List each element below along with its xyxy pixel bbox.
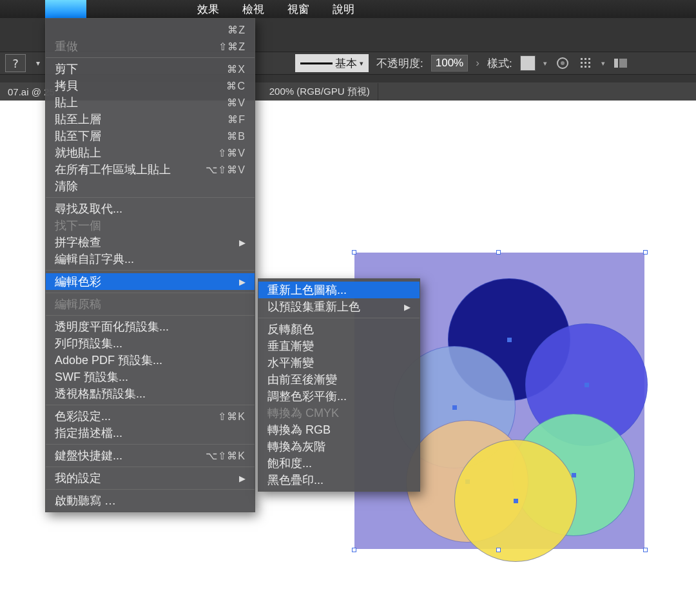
svg-rect-4 bbox=[588, 58, 590, 60]
submenu-saturation[interactable]: 飽和度... bbox=[258, 455, 420, 472]
menu-separator bbox=[46, 293, 255, 293]
recolor-icon[interactable] bbox=[555, 55, 570, 71]
menu-custom-dict[interactable]: 編輯自訂字典... bbox=[46, 251, 255, 267]
circle-center-handle[interactable] bbox=[452, 405, 457, 410]
circle-center-handle[interactable] bbox=[585, 383, 589, 387]
menu-undo[interactable]: ⌘Z bbox=[46, 21, 255, 38]
menu-assign-profile[interactable]: 指定描述檔... bbox=[46, 425, 255, 441]
selection-handle-tr[interactable] bbox=[643, 250, 648, 255]
chevron-right-icon[interactable]: › bbox=[476, 57, 479, 70]
svg-rect-9 bbox=[585, 66, 586, 68]
menu-pdf-preset[interactable]: Adobe PDF 預設集... bbox=[46, 352, 255, 369]
submenu-arrow-icon: ▶ bbox=[239, 238, 246, 247]
document-tab-right[interactable]: 200% (RGB/GPU 預視) bbox=[262, 83, 378, 101]
opacity-field[interactable]: 100% bbox=[431, 55, 468, 72]
dropdown-caret-icon[interactable]: ▾ bbox=[34, 54, 43, 72]
svg-rect-10 bbox=[588, 66, 590, 68]
menu-separator bbox=[46, 57, 255, 58]
menu-separator bbox=[258, 318, 420, 318]
menu-separator bbox=[46, 315, 255, 316]
submenu-invert[interactable]: 反轉顏色 bbox=[258, 321, 420, 338]
submenu-adjust-balance[interactable]: 調整色彩平衡... bbox=[258, 388, 420, 405]
active-menu-highlight bbox=[45, 0, 86, 18]
menu-separator bbox=[46, 489, 255, 490]
help-icon[interactable]: ? bbox=[5, 54, 26, 72]
svg-point-1 bbox=[561, 61, 565, 65]
submenu-blend-front-back[interactable]: 由前至後漸變 bbox=[258, 371, 420, 388]
svg-rect-6 bbox=[585, 62, 586, 64]
app-menubar[interactable]: 效果 檢視 視窗 說明 bbox=[0, 0, 696, 18]
menu-edit-colors[interactable]: 編輯色彩▶ bbox=[46, 273, 255, 290]
menu-swf-preset[interactable]: SWF 預設集... bbox=[46, 369, 255, 385]
submenu-arrow-icon: ▶ bbox=[404, 302, 411, 312]
circle-center-handle[interactable] bbox=[514, 499, 518, 503]
stroke-line-icon bbox=[300, 63, 333, 64]
menu-separator bbox=[46, 444, 255, 445]
menu-redo: 重做⇧⌘Z bbox=[46, 38, 255, 55]
submenu-to-rgb[interactable]: 轉換為 RGB bbox=[258, 421, 420, 438]
help-icon-label: ? bbox=[12, 57, 19, 70]
chevron-down-icon[interactable]: ▾ bbox=[601, 59, 605, 68]
menu-separator bbox=[46, 197, 255, 198]
stroke-style-dropdown[interactable]: 基本 ▾ bbox=[295, 54, 369, 72]
style-label: 樣式: bbox=[487, 56, 512, 71]
menu-window[interactable]: 視窗 bbox=[284, 0, 313, 19]
chevron-down-icon[interactable]: ▾ bbox=[543, 59, 547, 68]
style-swatch[interactable] bbox=[520, 55, 536, 71]
menu-spelling[interactable]: 拼字檢查▶ bbox=[46, 234, 255, 251]
menu-paste-all-artboards[interactable]: 在所有工作區域上貼上⌥⇧⌘V bbox=[46, 161, 255, 178]
submenu-to-cmyk: 轉換為 CMYK bbox=[258, 405, 420, 421]
submenu-recolor-artwork[interactable]: 重新上色圖稿... bbox=[258, 282, 420, 298]
menu-separator bbox=[46, 405, 255, 405]
stroke-label: 基本 bbox=[335, 56, 357, 71]
menu-keyboard-shortcuts[interactable]: 鍵盤快捷鍵...⌥⇧⌘K bbox=[46, 447, 255, 464]
menu-print-preset[interactable]: 列印預設集... bbox=[46, 335, 255, 352]
circle-center-handle[interactable] bbox=[507, 338, 512, 342]
menu-paste-in-place[interactable]: 就地貼上⇧⌘V bbox=[46, 144, 255, 161]
document-tab-text: 200% (RGB/GPU 預視) bbox=[269, 86, 370, 97]
menu-help[interactable]: 說明 bbox=[329, 0, 358, 19]
selection-handle-tl[interactable] bbox=[352, 250, 356, 255]
svg-rect-3 bbox=[585, 58, 586, 60]
align-options-icon[interactable] bbox=[578, 55, 594, 71]
menu-cut[interactable]: 剪下⌘X bbox=[46, 61, 255, 77]
svg-rect-7 bbox=[588, 62, 590, 64]
svg-rect-2 bbox=[581, 58, 583, 60]
menu-copy[interactable]: 拷貝⌘C bbox=[46, 77, 255, 94]
arrange-icon[interactable] bbox=[613, 55, 628, 71]
menu-clear[interactable]: 清除 bbox=[46, 178, 255, 195]
menu-color-settings[interactable]: 色彩設定...⇧⌘K bbox=[46, 408, 255, 425]
menu-paste[interactable]: 貼上⌘V bbox=[46, 94, 255, 111]
menu-start-dictation[interactable]: 啟動聽寫 … bbox=[46, 492, 255, 509]
menu-perspective-preset[interactable]: 透視格點預設集... bbox=[46, 385, 255, 402]
svg-rect-5 bbox=[581, 62, 583, 64]
svg-rect-11 bbox=[614, 59, 618, 68]
menu-paste-back[interactable]: 貼至下層⌘B bbox=[46, 128, 255, 144]
menu-effects[interactable]: 效果 bbox=[193, 0, 223, 19]
submenu-blend-vertical[interactable]: 垂直漸變 bbox=[258, 338, 420, 354]
chevron-down-icon: ▾ bbox=[360, 59, 363, 68]
circle-center-handle[interactable] bbox=[572, 473, 576, 477]
menu-edit-original: 編輯原稿 bbox=[46, 296, 255, 313]
menu-find-replace[interactable]: 尋找及取代... bbox=[46, 200, 255, 217]
edit-colors-submenu[interactable]: 重新上色圖稿... 以預設集重新上色▶ 反轉顏色 垂直漸變 水平漸變 由前至後漸… bbox=[258, 278, 420, 492]
opacity-label: 不透明度: bbox=[376, 56, 423, 71]
menu-find-next: 找下一個 bbox=[46, 217, 255, 234]
menu-paste-front[interactable]: 貼至上層⌘F bbox=[46, 111, 255, 128]
menu-separator bbox=[46, 467, 255, 467]
submenu-arrow-icon: ▶ bbox=[239, 277, 246, 287]
menu-flatten-preset[interactable]: 透明度平面化預設集... bbox=[46, 318, 255, 335]
submenu-recolor-preset[interactable]: 以預設集重新上色▶ bbox=[258, 298, 420, 315]
selection-handle-br[interactable] bbox=[643, 548, 648, 552]
svg-rect-8 bbox=[581, 66, 583, 68]
menu-view[interactable]: 檢視 bbox=[238, 0, 268, 19]
edit-menu-panel[interactable]: ⌘Z 重做⇧⌘Z 剪下⌘X 拷貝⌘C 貼上⌘V 貼至上層⌘F 貼至下層⌘B 就地… bbox=[45, 18, 255, 512]
submenu-overprint-black[interactable]: 黑色疊印... bbox=[258, 472, 420, 488]
selection-handle-bl[interactable] bbox=[352, 548, 356, 552]
submenu-to-gray[interactable]: 轉換為灰階 bbox=[258, 438, 420, 455]
submenu-arrow-icon: ▶ bbox=[239, 474, 246, 483]
submenu-blend-horizontal[interactable]: 水平漸變 bbox=[258, 354, 420, 371]
selection-handle-bm[interactable] bbox=[496, 548, 501, 552]
menu-my-settings[interactable]: 我的設定▶ bbox=[46, 470, 255, 486]
selection-handle-tm[interactable] bbox=[496, 250, 501, 255]
